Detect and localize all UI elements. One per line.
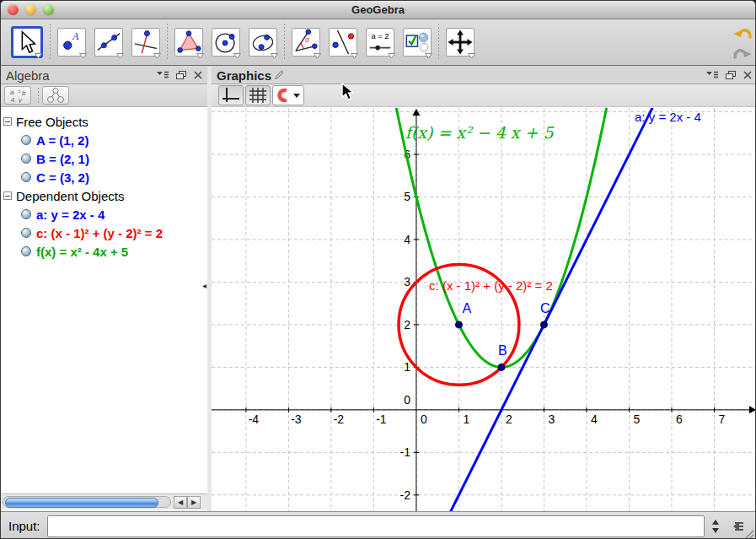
input-bar: Input: xyxy=(1,511,755,539)
algebra-panel-title: Algebra xyxy=(6,68,50,83)
algebra-item[interactable]: B = (2, 1) xyxy=(1,149,207,168)
splitter-handle-icon[interactable]: ◂ xyxy=(202,282,211,290)
svg-text:=: = xyxy=(18,89,21,94)
tool-dropdown-arrow[interactable] xyxy=(196,53,204,59)
collapse-toggle[interactable] xyxy=(3,117,12,126)
algebra-panel-menu-button[interactable] xyxy=(157,69,169,81)
algebra-group-header[interactable]: Dependent Objects xyxy=(1,186,207,205)
input-help-toggle[interactable] xyxy=(727,520,743,532)
tool-dropdown-arrow[interactable] xyxy=(271,53,278,59)
algebra-item[interactable]: A = (1, 2) xyxy=(1,131,207,149)
tool-dropdown-arrow[interactable] xyxy=(116,53,124,59)
title-bar: GeoGebra xyxy=(1,1,755,19)
tool-dropdown-arrow[interactable] xyxy=(79,53,87,59)
close-icon xyxy=(743,71,752,79)
point-C[interactable] xyxy=(540,321,547,328)
line-a[interactable] xyxy=(212,108,756,511)
tool-dropdown-arrow[interactable] xyxy=(425,53,432,59)
tool-dropdown-arrow[interactable] xyxy=(388,53,395,59)
x-tick-label: 1 xyxy=(464,412,470,426)
scroll-right-button[interactable]: ▶ xyxy=(187,496,201,509)
tool-dropdown-arrow[interactable] xyxy=(35,53,42,59)
visibility-marble-icon[interactable] xyxy=(21,172,31,182)
perpendicular-line-icon xyxy=(132,29,159,56)
input-spinner[interactable] xyxy=(711,520,720,533)
resize-grip[interactable] xyxy=(743,527,754,539)
scrollbar-thumb[interactable] xyxy=(5,498,158,508)
move-graphics-view-tool-button[interactable] xyxy=(446,28,475,57)
undo-button[interactable] xyxy=(732,26,753,45)
move-tool-button[interactable] xyxy=(11,26,43,58)
visibility-marble-icon[interactable] xyxy=(21,154,31,164)
graphics-canvas[interactable]: -4-3-2-101234567-2-10123456f(x) = x² − 4… xyxy=(212,108,756,511)
polygon-tool-button[interactable] xyxy=(174,28,203,57)
graphics-panel-close-button[interactable] xyxy=(743,69,752,81)
toolbar-separator xyxy=(50,24,51,61)
group-label: Free Objects xyxy=(16,115,88,129)
tool-dropdown-arrow[interactable] xyxy=(314,53,321,59)
toolbar-group: A xyxy=(57,28,160,57)
point-tool-button[interactable]: A xyxy=(57,28,86,57)
group-label: Dependent Objects xyxy=(16,189,124,203)
axes-icon xyxy=(222,87,240,104)
auxiliary-objects-button[interactable]: a = b 4 y xyxy=(4,86,31,105)
y-tick-label: -2 xyxy=(399,488,410,502)
tool-dropdown-arrow[interactable] xyxy=(153,53,161,59)
algebra-item[interactable]: c: (x - 1)² + (y - 2)² = 2 xyxy=(1,224,207,242)
graphics-panel-menu-button[interactable] xyxy=(706,69,718,81)
collapse-toggle[interactable] xyxy=(3,191,12,200)
algebra-item[interactable]: a: y = 2x - 4 xyxy=(1,205,207,224)
scrollbar-track[interactable] xyxy=(3,496,171,508)
circle-tool-button[interactable] xyxy=(212,28,240,57)
scroll-left-button[interactable]: ◀ xyxy=(174,496,187,509)
visibility-marble-icon[interactable] xyxy=(21,228,31,238)
spinner-arrows-icon xyxy=(711,520,720,533)
visibility-marble-icon[interactable] xyxy=(21,209,31,219)
algebra-item[interactable]: f(x) = x² - 4x + 5 xyxy=(1,242,207,261)
y-tick-label: 0 xyxy=(404,393,410,407)
algebra-panel-header: Algebra xyxy=(1,67,207,84)
stylebar-separator xyxy=(38,88,39,103)
perpendicular-line-tool-button[interactable] xyxy=(131,28,160,57)
algebra-group-header[interactable]: Free Objects xyxy=(1,112,207,131)
svg-text:α: α xyxy=(305,35,310,44)
slider-icon: a = 2 xyxy=(367,29,394,56)
algebra-item-text: a: y = 2x - 4 xyxy=(36,208,105,222)
input-help-icon xyxy=(727,520,743,532)
angle-tool-button[interactable]: α xyxy=(292,28,320,57)
visibility-marble-icon[interactable] xyxy=(21,135,31,145)
line-tool-button[interactable] xyxy=(94,28,123,57)
x-tick-label: 5 xyxy=(634,412,641,426)
reflect-tool-button[interactable] xyxy=(329,28,357,57)
tool-dropdown-arrow[interactable] xyxy=(468,53,475,59)
algebra-panel-close-button[interactable] xyxy=(194,69,202,81)
curve-f[interactable] xyxy=(389,108,614,367)
point-label-C: C xyxy=(540,301,550,315)
polygon-icon xyxy=(175,29,202,56)
algebra-item[interactable]: C = (3, 2) xyxy=(1,168,207,186)
algebra-panel-undock-button[interactable] xyxy=(176,69,186,81)
graphics-panel-undock-button[interactable] xyxy=(726,69,736,81)
grid-toggle-button[interactable] xyxy=(245,85,271,105)
toolbar-separator xyxy=(284,24,285,61)
move-icon xyxy=(13,29,40,56)
label-c: c: (x - 1)² + (y - 2)² = 2 xyxy=(429,278,553,293)
axes-toggle-button[interactable] xyxy=(218,85,244,105)
ellipse-tool-button[interactable] xyxy=(249,28,277,57)
algebra-horizontal-scrollbar[interactable]: ◀ ▶ xyxy=(1,493,207,509)
point-B[interactable] xyxy=(498,364,505,370)
slider-tool-button[interactable]: a = 2 xyxy=(366,28,394,57)
tree-view-icon xyxy=(46,87,66,104)
input-field[interactable] xyxy=(47,515,705,537)
point-A[interactable] xyxy=(455,321,462,328)
point-capturing-button[interactable] xyxy=(272,85,304,105)
redo-button[interactable] xyxy=(732,46,753,65)
visibility-marble-icon[interactable] xyxy=(21,246,31,256)
graphics-panel-title: Graphics xyxy=(217,68,271,83)
tool-dropdown-arrow[interactable] xyxy=(351,53,358,59)
checkbox-tool-button[interactable] xyxy=(403,28,432,57)
point-icon: A xyxy=(58,29,85,56)
tool-dropdown-arrow[interactable] xyxy=(233,53,241,59)
graphics-view[interactable]: -4-3-2-101234567-2-10123456f(x) = x² − 4… xyxy=(212,108,756,511)
tree-view-button[interactable] xyxy=(42,86,69,105)
